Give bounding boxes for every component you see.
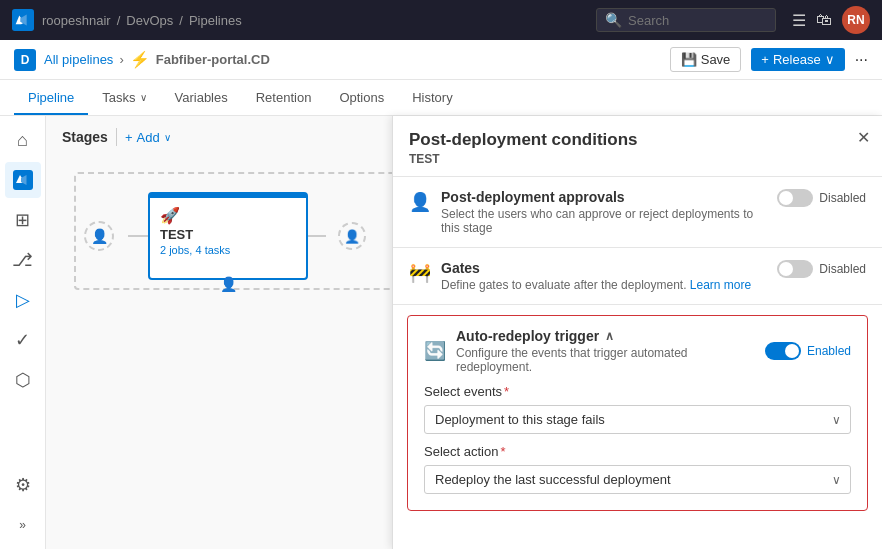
gates-icon: 🚧 xyxy=(409,262,431,284)
connector-line-right xyxy=(308,235,326,237)
stage-person-icon[interactable]: 👤 xyxy=(220,276,237,292)
gates-toggle-label: Disabled xyxy=(819,262,866,276)
add-stage-button[interactable]: + Add ∨ xyxy=(125,130,171,145)
gates-toggle[interactable] xyxy=(777,260,813,278)
redeploy-title: Auto-redeploy trigger ∧ xyxy=(456,328,755,344)
panel-close-button[interactable]: ✕ xyxy=(857,128,870,147)
approvals-toggle-knob xyxy=(779,191,793,205)
gates-content: Gates Define gates to evaluate after the… xyxy=(441,260,767,292)
redeploy-icon: 🔄 xyxy=(424,340,446,362)
select-action-label: Select action* xyxy=(424,444,851,459)
panel-approvals-section: 👤 Post-deployment approvals Select the u… xyxy=(393,177,882,248)
settings-icon[interactable]: ⚙ xyxy=(5,467,41,503)
subbar: D All pipelines › ⚡ Fabfiber-portal.CD 💾… xyxy=(0,40,882,80)
navbar-devops[interactable]: DevOps xyxy=(126,13,173,28)
tab-variables[interactable]: Variables xyxy=(161,82,242,115)
gates-row: 🚧 Gates Define gates to evaluate after t… xyxy=(409,260,866,292)
gates-toggle-knob xyxy=(779,262,793,276)
redeploy-toggle-label: Enabled xyxy=(807,344,851,358)
tab-retention[interactable]: Retention xyxy=(242,82,326,115)
list-icon[interactable]: ☰ xyxy=(792,11,806,30)
gates-desc: Define gates to evaluate after the deplo… xyxy=(441,278,767,292)
gates-learn-more-link[interactable]: Learn more xyxy=(690,278,751,292)
tab-pipeline[interactable]: Pipeline xyxy=(14,82,88,115)
approvals-content: Post-deployment approvals Select the use… xyxy=(441,189,767,235)
approvals-title: Post-deployment approvals xyxy=(441,189,767,205)
navbar-pipelines[interactable]: Pipelines xyxy=(189,13,242,28)
save-button[interactable]: 💾 Save xyxy=(670,47,742,72)
post-trigger-icon[interactable]: 👤 xyxy=(338,222,366,250)
all-pipelines-link[interactable]: All pipelines xyxy=(44,52,113,67)
events-required-marker: * xyxy=(504,384,509,399)
stage-box-test[interactable]: 🚀 TEST 2 jobs, 4 tasks 👤 xyxy=(148,192,308,280)
select-events-wrapper: Deployment to this stage fails Deploymen… xyxy=(424,405,851,434)
redeploy-toggle-area: Enabled xyxy=(765,342,851,360)
approvals-desc: Select the users who can approve or reje… xyxy=(441,207,767,235)
select-events-label: Select events* xyxy=(424,384,851,399)
bag-icon[interactable]: 🛍 xyxy=(816,11,832,29)
approvals-toggle[interactable] xyxy=(777,189,813,207)
trigger-person-icon: 👤 xyxy=(91,228,108,244)
add-icon: + xyxy=(125,130,133,145)
approvals-toggle-label: Disabled xyxy=(819,191,866,205)
sidebar-item-repos[interactable]: ⎇ xyxy=(5,242,41,278)
sidebar-item-testplans[interactable]: ✓ xyxy=(5,322,41,358)
action-required-marker: * xyxy=(500,444,505,459)
tab-bar: Pipeline Tasks ∨ Variables Retention Opt… xyxy=(0,80,882,116)
left-sidebar: ⌂ ⊞ ⎇ ▷ ✓ ⬡ ⚙ » xyxy=(0,116,46,549)
sidebar-item-artifacts[interactable]: ⬡ xyxy=(5,362,41,398)
stage-icon-row: 🚀 xyxy=(160,206,296,225)
stages-divider xyxy=(116,128,117,146)
tasks-chevron-icon: ∨ xyxy=(140,92,147,103)
expand-icon[interactable]: » xyxy=(5,507,41,543)
post-person-icon: 👤 xyxy=(344,229,360,244)
tab-options[interactable]: Options xyxy=(325,82,398,115)
user-avatar[interactable]: RN xyxy=(842,6,870,34)
add-chevron-icon: ∨ xyxy=(164,132,171,143)
save-icon: 💾 xyxy=(681,52,697,67)
top-navbar: roopeshnair / DevOps / Pipelines 🔍 ☰ 🛍 R… xyxy=(0,0,882,40)
release-button[interactable]: + Release ∨ xyxy=(751,48,844,71)
redeploy-toggle[interactable] xyxy=(765,342,801,360)
redeploy-chevron-icon[interactable]: ∧ xyxy=(605,329,614,343)
panel-title: Post-deployment conditions xyxy=(409,130,866,150)
subbar-breadcrumb: All pipelines › ⚡ Fabfiber-portal.CD xyxy=(44,50,270,69)
cd-icon: ⚡ xyxy=(130,50,150,69)
gates-title: Gates xyxy=(441,260,767,276)
select-action-field: Select action* Redeploy the last success… xyxy=(424,444,851,494)
navbar-icons: ☰ 🛍 RN xyxy=(792,6,870,34)
pre-trigger-icon[interactable]: 👤 xyxy=(84,221,114,251)
azure-devops-logo[interactable] xyxy=(12,9,34,31)
pipeline-type-icon: D xyxy=(14,49,36,71)
approval-icon: 👤 xyxy=(409,191,431,213)
redeploy-desc: Configure the events that trigger automa… xyxy=(456,346,755,374)
redeploy-toggle-knob xyxy=(785,344,799,358)
redeploy-header: 🔄 Auto-redeploy trigger ∧ Configure the … xyxy=(424,328,851,374)
sidebar-item-home[interactable]: ⌂ xyxy=(5,122,41,158)
select-action-dropdown[interactable]: Redeploy the last successful deployment … xyxy=(424,465,851,494)
subbar-actions: 💾 Save + Release ∨ ··· xyxy=(670,47,868,72)
stage-name: TEST xyxy=(160,227,296,242)
search-input[interactable] xyxy=(628,13,758,28)
panel-subtitle: TEST xyxy=(409,152,866,166)
plus-icon: + xyxy=(761,52,769,67)
tab-history[interactable]: History xyxy=(398,82,466,115)
release-chevron-icon: ∨ xyxy=(825,52,835,67)
sidebar-item-pipelines[interactable]: ▷ xyxy=(5,282,41,318)
select-action-wrapper: Redeploy the last successful deployment … xyxy=(424,465,851,494)
navbar-user[interactable]: roopeshnair xyxy=(42,13,111,28)
navbar-search-box[interactable]: 🔍 xyxy=(596,8,776,32)
sidebar-item-boards[interactable]: ⊞ xyxy=(5,202,41,238)
gates-toggle-area: Disabled xyxy=(777,260,866,278)
select-events-field: Select events* Deployment to this stage … xyxy=(424,384,851,434)
redeploy-title-area: Auto-redeploy trigger ∧ Configure the ev… xyxy=(456,328,755,374)
approvals-toggle-area: Disabled xyxy=(777,189,866,207)
select-events-dropdown[interactable]: Deployment to this stage fails Deploymen… xyxy=(424,405,851,434)
pipeline-name: Fabfiber-portal.CD xyxy=(156,52,270,67)
stage-detail: 2 jobs, 4 tasks xyxy=(160,244,296,256)
subbar-sep: › xyxy=(119,52,123,67)
tab-tasks[interactable]: Tasks ∨ xyxy=(88,82,160,115)
more-options-button[interactable]: ··· xyxy=(855,51,868,69)
sidebar-item-azure[interactable] xyxy=(5,162,41,198)
navbar-breadcrumb: roopeshnair / DevOps / Pipelines xyxy=(42,13,242,28)
